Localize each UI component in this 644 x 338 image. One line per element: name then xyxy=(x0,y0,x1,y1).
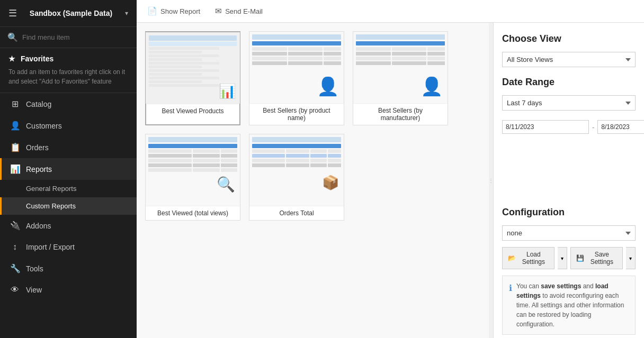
nav-items: ⊞ Catalog 👤 Customers 📋 Orders 📊 Reports… xyxy=(0,93,137,338)
store-view-select[interactable]: All Store Views Default Store View xyxy=(502,52,636,67)
info-text: You can save settings and load settings … xyxy=(516,281,629,329)
resize-handle[interactable]: ⋮ xyxy=(489,23,493,338)
save-icon: 💾 xyxy=(576,254,584,262)
report-label-best-sellers-manufacturer: Best Sellers (by manufacturer) xyxy=(353,103,448,125)
report-card-best-sellers-product[interactable]: 👤 Best Sellers (by product name) xyxy=(249,31,344,125)
sidebar-item-import-export[interactable]: ↕ Import / Export xyxy=(0,236,137,258)
choose-view-title: Choose View xyxy=(502,33,636,44)
sidebar-item-addons[interactable]: 🔌 Addons xyxy=(0,215,137,236)
date-to-input[interactable] xyxy=(597,120,644,134)
date-from-input[interactable] xyxy=(502,120,589,134)
orders-icon: 📋 xyxy=(10,142,20,152)
main-content: 📄 Show Report ✉ Send E-Mail xyxy=(137,0,644,338)
catalog-icon: ⊞ xyxy=(10,99,20,109)
report-card-best-viewed-total[interactable]: 🔍 Best Viewed (total views) xyxy=(145,134,240,221)
sidebar-item-catalog[interactable]: ⊞ Catalog xyxy=(0,93,137,115)
report-card-best-viewed-products[interactable]: 📊 Best Viewed Products xyxy=(145,31,240,125)
send-email-button[interactable]: ✉ Send E-Mail xyxy=(213,5,265,17)
store-name: Sandbox (Sample Data) xyxy=(30,9,112,17)
load-icon: 📂 xyxy=(508,254,516,262)
report-thumbnail-best-sellers-product: 👤 xyxy=(249,32,344,103)
config-select[interactable]: none Saved Config 1 xyxy=(502,225,636,241)
date-dash: - xyxy=(592,123,594,131)
report-card-orders-total[interactable]: 📦 Orders Total xyxy=(249,134,344,221)
import-export-icon: ↕ xyxy=(10,242,20,252)
hamburger-icon[interactable]: ☰ xyxy=(8,7,17,19)
load-settings-arrow[interactable]: ▾ xyxy=(558,247,567,269)
right-panel: Choose View All Store Views Default Stor… xyxy=(493,23,644,338)
toolbar: 📄 Show Report ✉ Send E-Mail xyxy=(137,0,644,23)
config-select-row: none Saved Config 1 xyxy=(502,225,636,241)
report-label-best-viewed-total: Best Viewed (total views) xyxy=(146,206,240,220)
report-grid: 📊 Best Viewed Products xyxy=(145,31,480,221)
sidebar-sub-general-reports[interactable]: General Reports xyxy=(0,180,137,197)
sidebar-item-tools[interactable]: 🔧 Tools xyxy=(0,258,137,279)
addons-icon: 🔌 xyxy=(10,221,20,231)
search-input[interactable] xyxy=(22,33,129,41)
tools-icon: 🔧 xyxy=(10,263,20,273)
settings-btn-group: 📂 Load Settings ▾ 💾 Save Settings ▾ xyxy=(502,247,636,269)
favorites-hint: To add an item to favorites right click … xyxy=(8,67,128,86)
date-range-select[interactable]: Last 7 days Last 30 days Last 90 days Cu… xyxy=(502,95,636,111)
info-icon: ℹ xyxy=(509,282,512,329)
sidebar-item-reports[interactable]: 📊 Reports xyxy=(0,158,137,180)
show-report-icon: 📄 xyxy=(147,6,157,16)
report-label-orders-total: Orders Total xyxy=(249,206,344,220)
date-range-row: - xyxy=(502,120,636,134)
reports-icon: 📊 xyxy=(10,164,20,174)
report-grid-wrapper: 📊 Best Viewed Products xyxy=(137,23,489,338)
report-label-best-viewed-products: Best Viewed Products xyxy=(146,104,239,118)
report-thumbnail-best-viewed-products: 📊 xyxy=(146,32,240,104)
report-label-best-sellers-product: Best Sellers (by product name) xyxy=(249,103,344,125)
sidebar-item-orders[interactable]: 📋 Orders xyxy=(0,136,137,158)
chevron-down-icon[interactable]: ▾ xyxy=(125,10,128,17)
favorites-title: ★ Favorites xyxy=(8,54,128,63)
load-settings-button[interactable]: 📂 Load Settings xyxy=(502,247,554,269)
sidebar-item-customers[interactable]: 👤 Customers xyxy=(0,115,137,136)
favorites-section: ★ Favorites To add an item to favorites … xyxy=(0,48,137,93)
save-settings-button[interactable]: 💾 Save Settings xyxy=(570,247,623,269)
show-report-button[interactable]: 📄 Show Report xyxy=(145,5,202,17)
report-thumbnail-best-sellers-manufacturer: 👤 xyxy=(353,32,448,103)
content-area: 📊 Best Viewed Products xyxy=(137,23,644,338)
search-icon: 🔍 xyxy=(7,32,18,42)
date-range-title: Date Range xyxy=(502,77,636,88)
sidebar-item-view[interactable]: 👁 View xyxy=(0,279,137,300)
info-box: ℹ You can save settings and load setting… xyxy=(502,276,636,335)
star-icon: ★ xyxy=(8,54,15,63)
search-bar: 🔍 xyxy=(0,27,137,48)
report-thumbnail-best-viewed-total: 🔍 xyxy=(146,134,240,206)
configuration-title: Configuration xyxy=(502,207,636,218)
view-icon: 👁 xyxy=(10,285,20,295)
customers-icon: 👤 xyxy=(10,121,20,131)
report-thumbnail-orders-total: 📦 xyxy=(249,134,344,206)
email-icon: ✉ xyxy=(215,6,222,16)
save-settings-arrow[interactable]: ▾ xyxy=(626,247,636,269)
sidebar-header: ☰ Sandbox (Sample Data) ▾ xyxy=(0,0,137,27)
sidebar-sub-custom-reports[interactable]: Custom Reports xyxy=(0,197,137,215)
sidebar: ☰ Sandbox (Sample Data) ▾ 🔍 ★ Favorites … xyxy=(0,0,137,338)
report-card-best-sellers-manufacturer[interactable]: 👤 Best Sellers (by manufacturer) xyxy=(353,31,448,125)
